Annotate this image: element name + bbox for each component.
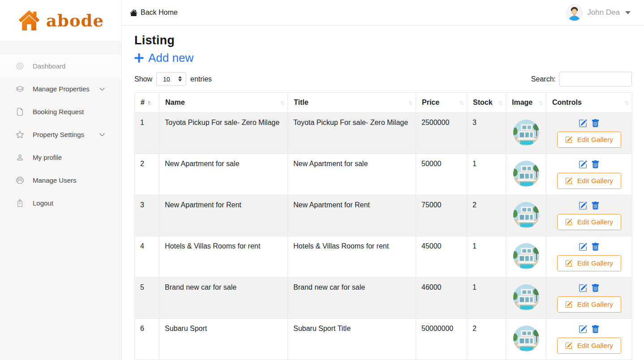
cell-name: Brand new car for sale — [159, 278, 288, 319]
column-header-price[interactable]: Price ↑↓ — [416, 93, 467, 113]
sidebar-item-manage-users[interactable]: Manage Users — [0, 169, 121, 192]
edit-button[interactable] — [579, 243, 587, 251]
cell-title: Brand new car for sale — [288, 278, 416, 319]
table-row: 4 Hotels & Villas Rooms for rent Hotels … — [135, 236, 632, 278]
column-header-controls[interactable]: Controls ↑↓ — [546, 93, 632, 113]
back-home-link[interactable]: Back Home — [130, 9, 178, 17]
cell-title: New Apartment for sale — [288, 154, 416, 195]
table-row: 3 New Apartment for Rent New Apartment f… — [135, 195, 632, 236]
edit-icon — [565, 342, 572, 349]
column-header-name[interactable]: Name ↑↓ — [159, 93, 288, 113]
edit-gallery-button[interactable]: Edit Gallery — [557, 255, 621, 271]
column-header-[interactable]: # ↑↓ — [135, 93, 159, 113]
sidebar-item-property-settings[interactable]: Property Settings — [0, 123, 121, 146]
cell-stock: 1 — [467, 278, 506, 319]
page-size-select[interactable]: 10 — [156, 72, 186, 86]
sort-icon: ↑↓ — [459, 99, 463, 106]
delete-button[interactable] — [591, 119, 600, 128]
sidebar-item-manage-properties[interactable]: Manage Properties — [0, 77, 121, 100]
delete-button[interactable] — [591, 201, 600, 210]
cell-stock: 1 — [467, 236, 506, 278]
sidebar-menu: Dashboard Manage Properties Booking Requ… — [0, 42, 121, 214]
sidebar-item-my-profile[interactable]: My profile — [0, 146, 121, 169]
edit-gallery-button[interactable]: Edit Gallery — [557, 132, 621, 148]
delete-icon — [591, 119, 600, 128]
property-thumbnail — [513, 202, 539, 228]
cell-stock: 2 — [467, 319, 506, 360]
brand-logo[interactable]: abode — [0, 0, 121, 42]
home-icon — [130, 9, 137, 17]
sort-icon: ↑↓ — [539, 99, 542, 106]
star-icon — [16, 131, 24, 138]
edit-icon — [579, 284, 587, 292]
sidebar-item-booking-request[interactable]: Booking Request — [0, 100, 121, 123]
cell-stock: 3 — [467, 113, 506, 154]
cell-name: Hotels & Villas Rooms for rent — [159, 236, 288, 278]
list-controls: Show 10 entries Search: — [134, 72, 632, 86]
cell-number: 6 — [135, 319, 159, 360]
edit-button[interactable] — [579, 160, 587, 169]
edit-button[interactable] — [579, 325, 587, 334]
edit-icon — [579, 325, 587, 334]
edit-button[interactable] — [579, 284, 587, 292]
add-new-label: Add new — [148, 51, 193, 65]
cell-image — [506, 113, 546, 154]
sidebar-item-logout[interactable]: Logout — [0, 192, 121, 214]
edit-gallery-button[interactable]: Edit Gallery — [557, 173, 621, 189]
column-header-image[interactable]: Image ↑↓ — [506, 93, 546, 113]
gear-icon — [16, 62, 24, 70]
property-thumbnail — [513, 326, 539, 351]
column-header-stock[interactable]: Stock ↑↓ — [467, 93, 506, 113]
table-row: 1 Toyota Pickup For sale- Zero Milage To… — [135, 113, 632, 154]
cell-price: 46000 — [416, 278, 467, 319]
search-label: Search: — [531, 75, 556, 83]
sort-icon: ↑↓ — [498, 99, 502, 106]
delete-button[interactable] — [591, 160, 600, 169]
page-title: Listing — [134, 34, 632, 47]
edit-icon — [565, 177, 572, 184]
delete-icon — [591, 160, 600, 169]
add-new-button[interactable]: Add new — [134, 51, 193, 65]
file-icon — [16, 108, 24, 116]
edit-gallery-button[interactable]: Edit Gallery — [557, 338, 621, 354]
chevron-down-icon — [99, 132, 105, 138]
column-header-title[interactable]: Title ↑↓ — [288, 93, 416, 113]
plus-icon — [134, 53, 144, 63]
app-window: abode Dashboard Manage Properties Bookin… — [0, 0, 644, 360]
delete-button[interactable] — [591, 243, 600, 251]
delete-icon — [591, 325, 600, 334]
cell-controls: Edit Gallery — [546, 195, 632, 236]
edit-icon — [565, 301, 572, 308]
edit-icon — [579, 201, 587, 210]
edit-button[interactable] — [579, 201, 587, 210]
sort-icon: ↑↓ — [408, 99, 412, 106]
cell-title: New Apartment for Rent — [288, 195, 416, 236]
person-icon — [16, 154, 24, 161]
edit-icon — [565, 219, 572, 226]
avatar — [566, 4, 583, 21]
cell-name: Toyota Pickup For sale- Zero Milage — [159, 113, 288, 154]
edit-button[interactable] — [579, 119, 587, 128]
cell-controls: Edit Gallery — [546, 154, 632, 195]
delete-icon — [591, 243, 600, 251]
cell-image — [506, 278, 546, 319]
cell-title: Subaru Sport Title — [288, 319, 416, 360]
edit-gallery-button[interactable]: Edit Gallery — [557, 214, 621, 230]
delete-button[interactable] — [591, 284, 600, 292]
cell-image — [506, 154, 546, 195]
user-menu[interactable]: John Dea — [566, 4, 631, 21]
brand-name: abode — [46, 11, 104, 30]
cell-image — [506, 195, 546, 236]
cell-price: 75000 — [416, 195, 467, 236]
delete-button[interactable] — [591, 325, 600, 334]
property-thumbnail — [513, 243, 539, 269]
search-input[interactable] — [559, 72, 632, 86]
topbar: Back Home John Dea — [122, 0, 644, 26]
property-thumbnail — [513, 284, 539, 310]
edit-icon — [579, 160, 587, 169]
sidebar-item-dashboard[interactable]: Dashboard — [0, 55, 121, 77]
edit-gallery-button[interactable]: Edit Gallery — [557, 296, 621, 313]
cell-title: Toyota Pickup For sale- Zero Milage — [288, 113, 416, 154]
listing-table: # ↑↓ Name ↑↓ Title ↑↓ Price ↑↓ Stock ↑↓ … — [134, 92, 632, 360]
cell-title: Hotels & Villas Rooms for rent — [288, 236, 416, 278]
